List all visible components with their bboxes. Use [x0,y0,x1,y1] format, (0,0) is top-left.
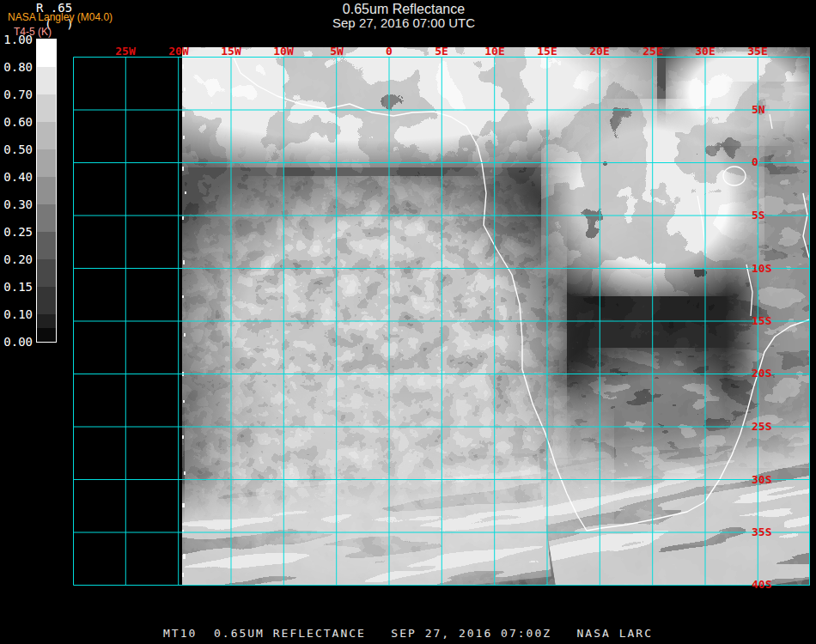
lon-label: 10E [484,46,504,57]
colorbar-tick: 1.00 [2,33,33,46]
colorbar-tick: 0.80 [2,60,33,74]
reflectance-colorbar [36,39,57,343]
lat-label: 0 [752,156,758,167]
lat-label: 15S [752,315,771,326]
colorbar-segment [37,122,56,149]
lon-label: 5W [330,46,344,57]
lon-label: 30E [695,46,715,57]
product-title: 0.65um Reflectance [332,2,475,16]
product-timestamp: Sep 27, 2016 07:00 UTC [332,16,475,30]
lat-label: 25S [752,421,771,432]
map-area: 25W 20W 15W 10W 5W 0 5E 10E 15E 20E 25E … [73,47,810,586]
lon-label: 0 [386,46,393,57]
colorbar-tick: 0.25 [2,225,33,239]
satellite-image [73,47,810,586]
colorbar-segment [37,149,56,177]
colorbar-tick: 0.10 [2,307,33,321]
colorbar-segment [37,177,56,204]
footer-caption: MT10 0.65UM REFLECTANCE SEP 27, 2016 07:… [163,627,653,640]
colorbar-tick: 0.60 [2,115,33,129]
lon-label: 15W [221,46,241,57]
colorbar-tick: 0.30 [2,197,33,211]
lon-label: 35E [747,46,767,57]
lon-label: 10W [273,46,293,57]
colorbar-segment [37,204,56,232]
colorbar-segment [37,314,56,328]
lat-label: 5N [752,104,765,115]
lat-label: 35S [752,526,771,538]
lat-label: 10S [752,263,771,274]
lat-label: 40S [752,579,771,590]
colorbar-segment [37,39,56,67]
cloud-imagery-layers [161,47,810,586]
satellite-product-page: { "header": { "title": "0.65um Reflectan… [0,0,816,644]
lon-label: 15E [537,46,557,57]
colorbar-segment [37,67,56,94]
lon-label: 25W [115,46,135,57]
lat-label: 30S [752,474,771,485]
colorbar-tick: 0.20 [2,252,33,266]
colorbar-tick: 0.70 [2,88,33,101]
source-label: NASA Langley (M04.0) [8,11,113,23]
colorbar-tick: 0.00 [2,335,33,349]
lon-label: 20W [168,46,188,57]
colorbar-segment [37,287,56,314]
colorbar-tick: 0.50 [2,143,33,156]
title-block: 0.65um Reflectance Sep 27, 2016 07:00 UT… [332,2,475,30]
lon-label: 5E [435,46,448,57]
lon-label: 20E [589,46,609,57]
colorbar-segment [37,328,56,342]
colorbar-segment [37,259,56,287]
lat-label: 20S [752,368,771,379]
lon-label: 25E [642,46,662,57]
lat-label: 5S [752,210,765,221]
colorbar-segment [37,94,56,122]
colorbar-segment [37,232,56,259]
colorbar-tick: 0.15 [2,280,33,294]
colorbar-tick: 0.40 [2,170,33,184]
